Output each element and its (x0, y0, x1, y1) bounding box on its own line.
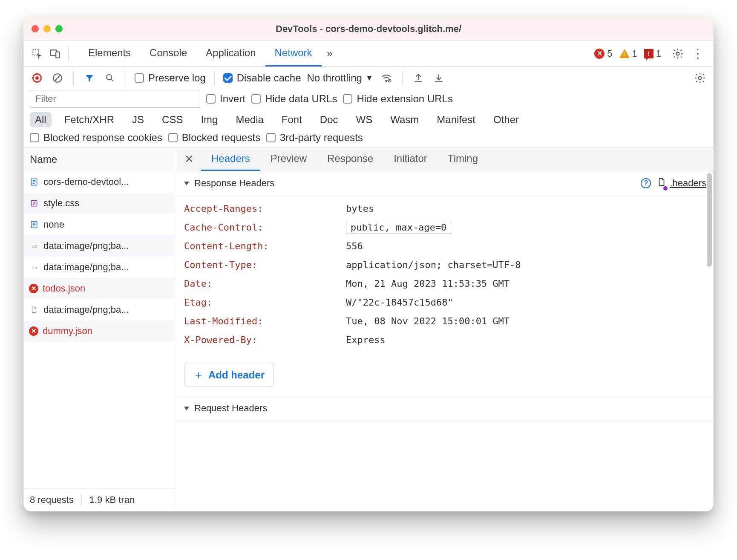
request-row[interactable]: ▭data:image/png;ba... (24, 257, 177, 278)
issues-badge[interactable]: ! 1 (644, 48, 661, 59)
third-party-checkbox[interactable]: 3rd-party requests (266, 132, 363, 144)
throttling-dropdown[interactable]: No throttling ▼ (307, 72, 373, 84)
warnings-badge[interactable]: 1 (619, 48, 637, 59)
minimize-window-button[interactable] (43, 25, 51, 32)
filter-input[interactable] (30, 90, 200, 108)
network-settings-icon[interactable] (693, 71, 707, 85)
transfer-size: 1.9 kB tran (89, 494, 135, 505)
blocked-requests-checkbox[interactable]: Blocked requests (168, 132, 260, 144)
response-headers-title: Response Headers (194, 178, 274, 189)
throttling-value: No throttling (307, 72, 362, 84)
detail-tabs: ✕ Headers Preview Response Initiator Tim… (177, 147, 713, 171)
more-tabs-button[interactable]: » (322, 40, 338, 66)
zoom-window-button[interactable] (55, 25, 63, 32)
export-har-icon[interactable] (432, 71, 446, 85)
tab-network[interactable]: Network (265, 40, 322, 66)
type-filter-wasm[interactable]: Wasm (385, 112, 424, 127)
request-row[interactable]: style.css (24, 193, 177, 214)
tab-elements[interactable]: Elements (79, 40, 140, 66)
file-icon (657, 177, 666, 189)
request-row[interactable]: ▭data:image/png;ba... (24, 235, 177, 257)
search-icon[interactable] (103, 71, 117, 85)
separator (81, 494, 82, 506)
scrollbar[interactable] (707, 173, 712, 267)
tab-timing[interactable]: Timing (438, 147, 488, 171)
response-headers-section[interactable]: Response Headers ? .headers (177, 171, 713, 196)
device-toolbar-icon[interactable] (48, 46, 62, 61)
detail-panel: ✕ Headers Preview Response Initiator Tim… (177, 147, 713, 511)
request-name: none (43, 219, 64, 230)
tab-response[interactable]: Response (317, 147, 383, 171)
request-row[interactable]: cors-demo-devtool... (24, 171, 177, 193)
type-filter-media[interactable]: Media (230, 112, 268, 127)
header-row: X-Powered-By:Express (184, 330, 706, 349)
record-button[interactable] (30, 71, 44, 85)
request-headers-section[interactable]: Request Headers (177, 396, 713, 420)
request-name: data:image/png;ba... (43, 304, 129, 315)
type-filter-js[interactable]: JS (127, 112, 149, 127)
type-filter-other[interactable]: Other (488, 112, 524, 127)
import-har-icon[interactable] (411, 71, 426, 85)
clear-button[interactable] (50, 71, 65, 85)
header-name: Cache-Control: (184, 222, 346, 233)
header-row: Accept-Ranges:bytes (184, 199, 706, 218)
header-row: Date:Mon, 21 Aug 2023 11:53:35 GMT (184, 274, 706, 293)
settings-icon[interactable] (671, 46, 685, 61)
warning-icon (619, 49, 630, 58)
header-name: Last-Modified: (184, 316, 346, 326)
kebab-menu-icon[interactable]: ⋮ (688, 48, 707, 60)
column-header-name[interactable]: Name (24, 147, 177, 171)
header-value[interactable]: public, max-age=0 (346, 221, 451, 234)
tab-application[interactable]: Application (196, 40, 265, 66)
request-list: cors-demo-devtool...style.cssnone▭data:i… (24, 171, 177, 488)
add-header-button[interactable]: ＋ Add header (184, 363, 273, 387)
type-filter-font[interactable]: Font (276, 112, 307, 127)
blocked-cookies-checkbox[interactable]: Blocked response cookies (30, 132, 162, 144)
inspect-element-icon[interactable] (30, 46, 44, 61)
preserve-log-checkbox[interactable]: Preserve log (135, 72, 206, 84)
image-icon: ▭ (29, 241, 39, 251)
type-filter-all[interactable]: All (30, 112, 52, 127)
type-filter-ws[interactable]: WS (351, 112, 378, 127)
request-row[interactable]: ✕todos.json (24, 278, 177, 299)
hide-extension-urls-checkbox[interactable]: Hide extension URLs (343, 93, 452, 105)
svg-point-5 (107, 75, 112, 80)
issue-icon: ! (644, 49, 654, 58)
request-row[interactable]: ✕dummy.json (24, 320, 177, 342)
tab-preview[interactable]: Preview (260, 147, 317, 171)
type-filters: All Fetch/XHR JS CSS Img Media Font Doc … (30, 112, 707, 127)
request-name: cors-demo-devtool... (43, 176, 129, 188)
issue-badges: ✕ 5 1 ! 1 (594, 48, 661, 59)
close-window-button[interactable] (32, 25, 39, 32)
header-overrides-link[interactable]: .headers (657, 177, 706, 189)
disable-cache-checkbox[interactable]: Disable cache (223, 72, 301, 84)
request-row[interactable]: data:image/png;ba... (24, 299, 177, 320)
hide-data-urls-checkbox[interactable]: Hide data URLs (251, 93, 337, 105)
window-title: DevTools - cors-demo-devtools.glitch.me/ (24, 23, 713, 35)
filter-icon[interactable] (82, 71, 97, 85)
document-icon (29, 219, 39, 230)
svg-rect-2 (56, 52, 60, 58)
svg-point-6 (386, 80, 387, 81)
header-row: Etag:W/"22c-18457c15d68" (184, 293, 706, 312)
help-icon[interactable]: ? (641, 178, 651, 188)
type-filter-manifest[interactable]: Manifest (432, 112, 481, 127)
network-conditions-icon[interactable] (379, 71, 394, 85)
tab-initiator[interactable]: Initiator (383, 147, 438, 171)
type-filter-doc[interactable]: Doc (315, 112, 343, 127)
separator (402, 70, 403, 86)
type-filter-img[interactable]: Img (196, 112, 223, 127)
header-name: X-Powered-By: (184, 335, 346, 345)
close-detail-button[interactable]: ✕ (177, 147, 201, 171)
type-filter-css[interactable]: CSS (157, 112, 188, 127)
header-name: Content-Length: (184, 241, 346, 251)
checkbox-icon (135, 73, 144, 83)
type-filter-fetch[interactable]: Fetch/XHR (59, 112, 119, 127)
invert-checkbox[interactable]: Invert (206, 93, 245, 105)
network-toolbar: Preserve log Disable cache No throttling… (24, 67, 713, 147)
request-row[interactable]: none (24, 214, 177, 235)
svg-point-3 (677, 52, 679, 55)
tab-headers[interactable]: Headers (201, 147, 260, 171)
errors-badge[interactable]: ✕ 5 (594, 48, 612, 59)
tab-console[interactable]: Console (140, 40, 196, 66)
